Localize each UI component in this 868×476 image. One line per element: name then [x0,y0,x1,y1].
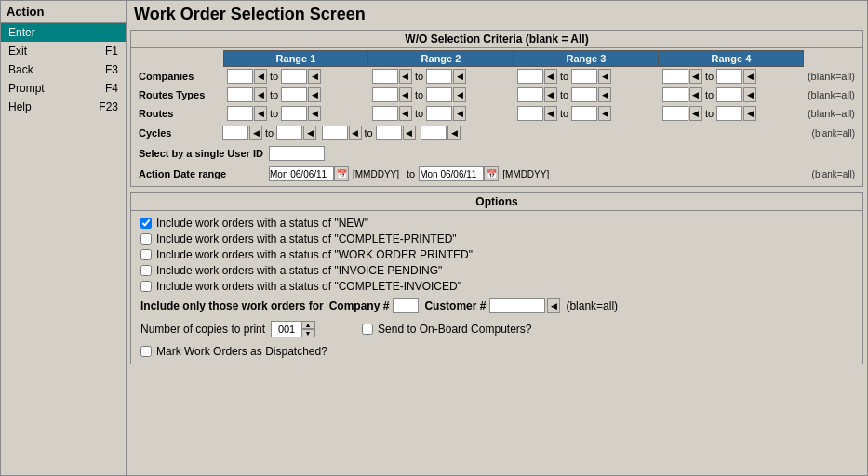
cycles-r2-from[interactable] [322,126,348,140]
routes-r2-from-arrow[interactable]: ◀ [399,106,412,121]
companies-blank-all: (blank=all) [804,67,859,86]
cycles-r1-from-arrow[interactable]: ◀ [249,126,262,140]
rtypes-r2-to[interactable] [426,87,452,102]
rtypes-r1-to[interactable] [281,87,307,102]
rtypes-r3-from[interactable] [517,87,543,102]
rtypes-r4-from[interactable] [662,87,688,102]
cycles-r2-to[interactable] [376,126,402,140]
companies-r2-from[interactable] [372,69,398,84]
cycles-r3-from[interactable] [421,126,447,140]
routes-r4-from[interactable] [662,106,688,121]
routes-r2-to[interactable] [426,106,452,121]
companies-r1-to-arrow[interactable]: ◀ [308,69,321,84]
companies-r4-to[interactable] [716,69,742,84]
cycles-r1-to[interactable] [276,126,302,140]
status-complete-printed-checkbox[interactable] [140,233,152,245]
cycles-r3-arrow[interactable]: ◀ [447,126,461,140]
rtypes-r1-from[interactable] [227,87,253,102]
rtypes-r2-to-arrow[interactable]: ◀ [453,87,466,102]
sidebar-item-exit[interactable]: Exit F1 [1,42,126,60]
sidebar-item-back[interactable]: Back F3 [1,60,126,79]
companies-r4-from[interactable] [662,69,688,84]
routes-r1-to[interactable] [281,106,307,121]
companies-r4-to-arrow[interactable]: ◀ [743,69,756,84]
cycles-row: Cycles ◀ to ◀ ◀ to ◀ [135,123,859,143]
companies-r1-from-arrow[interactable]: ◀ [254,69,267,84]
sidebar-item-key: F3 [105,63,118,76]
customer-arrow[interactable]: ◀ [547,298,560,313]
rtypes-r2-from-arrow[interactable]: ◀ [399,87,412,102]
dispatch-row: Mark Work Orders as Dispatched? [140,345,853,358]
date-from-cal-button[interactable]: 📅 [334,166,349,181]
routes-r3-from[interactable] [517,106,543,121]
customer-input[interactable] [489,298,545,313]
date-to-input[interactable] [419,166,484,181]
rtypes-r3-to-arrow[interactable]: ◀ [598,87,611,102]
company-input[interactable] [393,298,419,313]
date-from-input[interactable] [269,166,334,181]
page-title: Work Order Selection Screen [130,5,863,24]
cycles-r2-from-arrow[interactable]: ◀ [349,126,362,140]
send-row: Send to On-Board Computers? [362,323,531,336]
routes-r2-to-arrow[interactable]: ◀ [453,106,466,121]
include-label: Include only those work orders for [140,299,324,312]
routes-r1-from-arrow[interactable]: ◀ [254,106,267,121]
routes-r3-to[interactable] [571,106,597,121]
send-onboard-checkbox[interactable] [362,324,373,335]
companies-r2-to[interactable] [426,69,452,84]
rtypes-r4-from-arrow[interactable]: ◀ [689,87,702,102]
copies-up-button[interactable]: ▲ [301,321,314,329]
cycles-label: Cycles [139,127,222,139]
sidebar-item-label: Exit [8,45,27,58]
user-row: Select by a single User ID [135,143,859,164]
companies-r3-from-arrow[interactable]: ◀ [544,69,557,84]
status-new-label: Include work orders with a status of "NE… [156,217,368,230]
cycles-inputs: ◀ to ◀ ◀ to ◀ ◀ [222,126,461,140]
sidebar-item-label: Enter [8,26,35,39]
date-row: Action Date range 📅 [MMDDYY] to 📅 [MMDDY… [135,164,859,184]
routes-r2-from[interactable] [372,106,398,121]
status-complete-invoiced-checkbox[interactable] [140,281,152,292]
copies-send-row: Number of copies to print ▲ ▼ Send to On… [140,321,853,337]
companies-r3-from[interactable] [517,69,543,84]
sidebar-item-prompt[interactable]: Prompt F4 [1,79,126,98]
status-invoice-pending-checkbox[interactable] [140,265,152,276]
copies-down-button[interactable]: ▼ [301,329,314,337]
companies-r1-from[interactable] [227,69,253,84]
cycles-r1-to-arrow[interactable]: ◀ [303,126,316,140]
companies-r1-to[interactable] [281,69,307,84]
dispatch-checkbox[interactable] [140,346,152,357]
user-id-input[interactable] [269,146,325,161]
routes-r3-from-arrow[interactable]: ◀ [544,106,557,121]
rtypes-r4-to[interactable] [716,87,742,102]
status-wo-printed-checkbox[interactable] [140,249,152,260]
cycles-r2-to-arrow[interactable]: ◀ [403,126,416,140]
routes-r4-from-arrow[interactable]: ◀ [689,106,702,121]
companies-r2-to-arrow[interactable]: ◀ [453,69,466,84]
routes-r4-to[interactable] [716,106,742,121]
companies-r2-from-arrow[interactable]: ◀ [399,69,412,84]
copies-input[interactable] [272,322,301,337]
routes-r1-from[interactable] [227,106,253,121]
status-new-checkbox[interactable] [140,218,152,229]
sidebar-item-help[interactable]: Help F23 [1,98,126,116]
user-label: Select by a single User ID [139,148,269,159]
checkbox-row-1: Include work orders with a status of "CO… [140,232,853,245]
rtypes-r2-from[interactable] [372,87,398,102]
rtypes-r3-from-arrow[interactable]: ◀ [544,87,557,102]
companies-r4-from-arrow[interactable]: ◀ [689,69,702,84]
sidebar-item-enter[interactable]: Enter [1,23,126,42]
date-to-cal-button[interactable]: 📅 [484,166,499,181]
companies-r3-to-arrow[interactable]: ◀ [598,69,611,84]
rtypes-r1-from-arrow[interactable]: ◀ [254,87,267,102]
status-invoice-pending-label: Include work orders with a status of "IN… [156,264,442,277]
routes-r1-to-arrow[interactable]: ◀ [308,106,321,121]
routes-types-label: Routes Types [135,86,223,104]
routes-r4-to-arrow[interactable]: ◀ [743,106,756,121]
routes-r3-to-arrow[interactable]: ◀ [598,106,611,121]
rtypes-r3-to[interactable] [571,87,597,102]
rtypes-r4-to-arrow[interactable]: ◀ [743,87,756,102]
companies-r3-to[interactable] [571,69,597,84]
rtypes-r1-to-arrow[interactable]: ◀ [308,87,321,102]
cycles-r1-from[interactable] [222,126,248,140]
